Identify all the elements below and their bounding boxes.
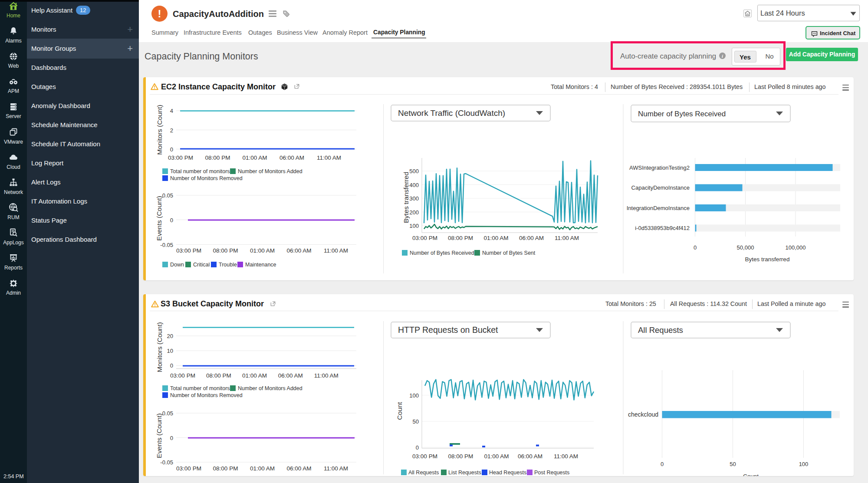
svg-text:200: 200 — [409, 209, 419, 216]
svg-text:03:00 PM: 03:00 PM — [412, 235, 437, 241]
svg-text:2: 2 — [170, 127, 173, 134]
svg-text:11:00 AM: 11:00 AM — [314, 372, 339, 379]
svg-text:0.05: 0.05 — [162, 192, 173, 199]
svg-text:Total number of monitors: Total number of monitors — [170, 168, 230, 174]
svg-text:Events (Count): Events (Count) — [155, 413, 163, 458]
svg-text:100: 100 — [409, 392, 419, 399]
svg-text:11:00 AM: 11:00 AM — [317, 154, 341, 161]
svg-text:Number of Bytes Sent: Number of Bytes Sent — [482, 250, 536, 256]
svg-text:Count: Count — [743, 473, 759, 476]
svg-text:All Requests: All Requests — [408, 470, 439, 476]
svg-text:IntegrationDemoInstance: IntegrationDemoInstance — [627, 205, 690, 211]
svg-text:Number of Monitors Added: Number of Monitors Added — [238, 168, 302, 174]
svg-text:10: 10 — [167, 348, 173, 354]
svg-text:300: 300 — [409, 195, 419, 202]
svg-text:Number of Monitors Removed: Number of Monitors Removed — [170, 175, 243, 181]
svg-text:08:00 PM: 08:00 PM — [205, 154, 230, 161]
svg-text:Events (Count): Events (Count) — [155, 196, 163, 240]
svg-text:06:00 AM: 06:00 AM — [278, 372, 303, 379]
svg-text:Maintenance: Maintenance — [245, 262, 276, 268]
svg-text:Head Requests: Head Requests — [489, 470, 526, 476]
svg-text:Monitors (Count): Monitors (Count) — [156, 322, 163, 372]
svg-text:03:00 PM: 03:00 PM — [176, 465, 201, 472]
svg-text:500: 500 — [409, 168, 419, 174]
svg-text:0: 0 — [694, 244, 697, 251]
svg-text:06:00 AM: 06:00 AM — [286, 465, 311, 472]
svg-text:All Requests: All Requests — [638, 325, 683, 335]
svg-text:-0.05: -0.05 — [160, 459, 173, 466]
svg-text:06:00 AM: 06:00 AM — [519, 235, 544, 241]
svg-text:11:00 AM: 11:00 AM — [324, 465, 348, 472]
svg-text:0: 0 — [416, 444, 419, 451]
svg-text:06:00 AM: 06:00 AM — [286, 247, 311, 254]
svg-text:Critical: Critical — [193, 262, 210, 268]
svg-text:0: 0 — [170, 217, 173, 223]
svg-text:01:00 AM: 01:00 AM — [242, 154, 267, 161]
svg-text:03:00 PM: 03:00 PM — [170, 372, 195, 379]
svg-text:Total number of monitors: Total number of monitors — [170, 385, 230, 391]
svg-text:50: 50 — [413, 418, 419, 425]
svg-text:08:00 PM: 08:00 PM — [206, 372, 231, 379]
svg-text:Number of Bytes Received: Number of Bytes Received — [638, 110, 726, 118]
svg-text:08:00 PM: 08:00 PM — [448, 453, 473, 460]
svg-text:List Requests: List Requests — [448, 470, 481, 476]
svg-text:100: 100 — [409, 223, 419, 229]
svg-text:400: 400 — [409, 182, 419, 188]
svg-text:01:00 AM: 01:00 AM — [483, 235, 508, 241]
svg-text:100: 100 — [799, 461, 809, 467]
svg-text:08:00 PM: 08:00 PM — [448, 235, 473, 241]
svg-text:Monitors (Count): Monitors (Count) — [156, 105, 163, 154]
svg-text:08:00 PM: 08:00 PM — [213, 247, 238, 254]
svg-text:Number of Bytes Received: Number of Bytes Received — [410, 250, 474, 256]
svg-text:11:00 AM: 11:00 AM — [555, 235, 579, 241]
svg-text:Number of Monitors Removed: Number of Monitors Removed — [170, 392, 243, 398]
svg-text:CapacityDemoInstance: CapacityDemoInstance — [631, 184, 690, 191]
svg-text:0.05: 0.05 — [162, 410, 173, 417]
svg-text:Bytes transferred: Bytes transferred — [402, 172, 410, 223]
svg-text:20: 20 — [167, 333, 173, 339]
svg-text:0: 0 — [170, 435, 173, 441]
svg-text:Post Requests: Post Requests — [534, 470, 569, 476]
svg-text:Down: Down — [170, 262, 184, 268]
svg-text:checkcloud: checkcloud — [628, 411, 658, 418]
svg-text:01:00 AM: 01:00 AM — [484, 453, 509, 460]
svg-text:4: 4 — [170, 108, 173, 114]
svg-text:HTTP Requests on Bucket: HTTP Requests on Bucket — [398, 325, 498, 335]
svg-text:03:00 PM: 03:00 PM — [176, 247, 201, 254]
svg-text:03:00 PM: 03:00 PM — [168, 154, 193, 161]
svg-text:11:00 AM: 11:00 AM — [554, 453, 578, 460]
svg-text:Trouble: Trouble — [219, 262, 237, 268]
svg-text:AWSIntegrationTesting2: AWSIntegrationTesting2 — [629, 164, 690, 171]
svg-text:-0.05: -0.05 — [160, 242, 173, 248]
svg-text:06:00 AM: 06:00 AM — [518, 453, 542, 460]
svg-text:Number of Monitors Added: Number of Monitors Added — [238, 385, 302, 391]
svg-text:Network Traffic (CloudWatch): Network Traffic (CloudWatch) — [398, 108, 505, 118]
svg-text:Count: Count — [396, 402, 403, 420]
svg-text:100,000: 100,000 — [786, 244, 806, 251]
svg-text:06:00 AM: 06:00 AM — [279, 154, 304, 161]
svg-text:01:00 AM: 01:00 AM — [242, 372, 267, 379]
svg-text:03:00 PM: 03:00 PM — [412, 453, 437, 460]
svg-text:i-0d5338953b9c4f412: i-0d5338953b9c4f412 — [635, 225, 690, 231]
svg-text:01:00 AM: 01:00 AM — [250, 465, 275, 472]
svg-text:0: 0 — [661, 461, 664, 467]
svg-text:0: 0 — [170, 146, 173, 153]
svg-text:Bytes transferred: Bytes transferred — [745, 256, 790, 263]
svg-text:08:00 PM: 08:00 PM — [213, 465, 238, 472]
svg-text:50: 50 — [730, 461, 736, 467]
svg-text:0: 0 — [170, 362, 173, 369]
svg-text:11:00 AM: 11:00 AM — [324, 247, 348, 254]
svg-text:01:00 AM: 01:00 AM — [250, 247, 275, 254]
svg-text:50,000: 50,000 — [737, 244, 754, 251]
